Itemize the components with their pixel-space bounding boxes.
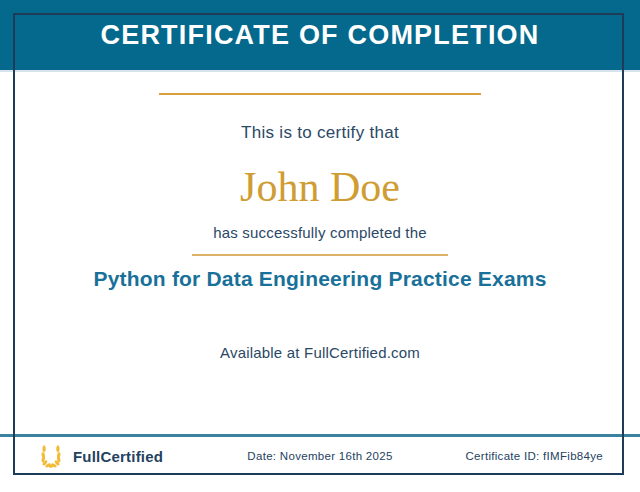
certificate-header-band: CERTIFICATE OF COMPLETION xyxy=(0,0,640,70)
laurel-wreath-icon xyxy=(38,443,64,469)
certificate-id: Certificate ID: fIMFib84ye xyxy=(465,437,603,475)
certificate-page: CERTIFICATE OF COMPLETION This is to cer… xyxy=(0,0,640,492)
certificate-date: Date: November 16th 2025 xyxy=(247,437,392,475)
certify-text: This is to certify that xyxy=(0,123,640,143)
availability-text: Available at FullCertified.com xyxy=(0,344,640,361)
certificate-header-title: CERTIFICATE OF COMPLETION xyxy=(101,20,540,51)
course-gold-divider xyxy=(192,254,448,256)
brand-group: FullCertified xyxy=(38,437,163,475)
course-title: Python for Data Engineering Practice Exa… xyxy=(0,267,640,291)
certificate-footer: FullCertified Date: November 16th 2025 C… xyxy=(15,437,625,475)
top-gold-divider xyxy=(159,93,481,95)
completion-text: has successfully completed the xyxy=(0,224,640,241)
certificate-inner-frame xyxy=(13,13,624,475)
recipient-name: John Doe xyxy=(0,163,640,211)
brand-name: FullCertified xyxy=(73,448,163,465)
